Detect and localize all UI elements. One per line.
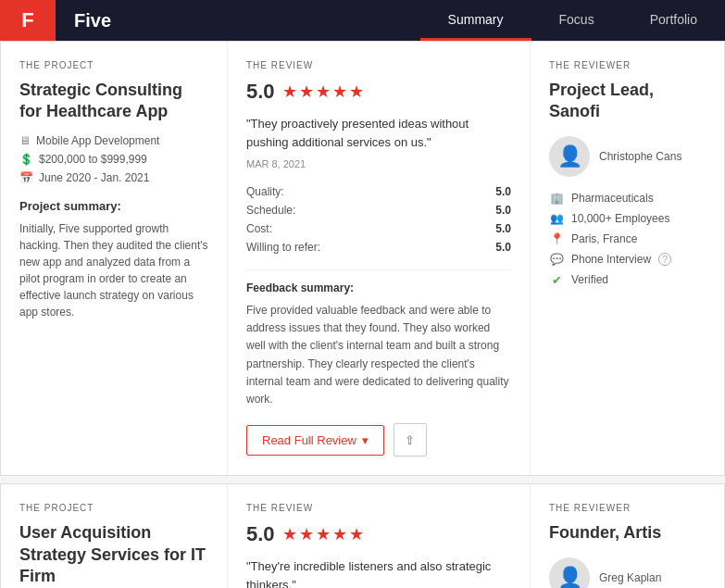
right-col-1: THE REVIEWER Project Lead, Sanofi 👤 Chri… — [530, 42, 724, 475]
rating-row-1: 5.0 ★ ★ ★ ★ ★ — [246, 80, 511, 104]
logo-letter: F — [21, 8, 33, 32]
star-2-5: ★ — [349, 524, 364, 544]
industry-label-1: Pharmaceuticals — [571, 192, 654, 205]
mid-col-1: THE REVIEW 5.0 ★ ★ ★ ★ ★ "They proactive… — [228, 42, 530, 475]
meta-date-1: 📅 June 2020 - Jan. 2021 — [19, 171, 208, 184]
review-quote-1: "They proactively presented ideas withou… — [246, 115, 511, 151]
location-icon-1: 📍 — [549, 232, 564, 245]
project-section-label-1: THE PROJECT — [19, 60, 208, 70]
read-full-label-1: Read Full Review — [262, 433, 356, 447]
nav-tabs: Summary Focus Portfolio — [420, 0, 725, 41]
calendar-icon: 📅 — [19, 171, 33, 184]
share-icon-1: ⇧ — [405, 433, 415, 447]
review-section-label-2: THE REVIEW — [246, 503, 511, 513]
tab-focus[interactable]: Focus — [531, 0, 622, 41]
reviewer-title-2: Founder, Artis — [549, 522, 706, 544]
verified-label-1: Verified — [571, 273, 608, 286]
rating-row-2: 5.0 ★ ★ ★ ★ ★ — [246, 522, 511, 546]
company-name: Five — [56, 10, 420, 31]
meta-cost-1: 💲 $200,000 to $999,999 — [19, 153, 208, 166]
left-col-2: THE PROJECT User Acquisition Strategy Se… — [1, 484, 228, 588]
score-table-1: Quality: 5.0 Schedule: 5.0 Cost: 5.0 Wil… — [246, 182, 511, 256]
chat-icon-1: 💬 — [549, 253, 564, 266]
person-icon-1: 👤 — [557, 144, 582, 169]
cost-val-1: 5.0 — [495, 222, 511, 235]
location-item-1: 📍 Paris, France — [549, 232, 706, 245]
monitor-icon: 🖥 — [19, 134, 31, 147]
employees-item-1: 👥 10,000+ Employees — [549, 212, 706, 225]
quality-val-1: 5.0 — [495, 185, 511, 198]
meta-date-label-1: June 2020 - Jan. 2021 — [39, 171, 149, 184]
action-row-1: Read Full Review ▾ ⇧ — [246, 423, 511, 457]
read-full-review-button-1[interactable]: Read Full Review ▾ — [246, 425, 384, 456]
rating-score-1: 5.0 — [246, 80, 275, 104]
project-section-label-2: THE PROJECT — [19, 503, 208, 513]
project-title-2: User Acquisition Strategy Services for I… — [19, 522, 208, 587]
score-refer-1: Willing to refer: 5.0 — [246, 238, 511, 256]
star-2-2: ★ — [299, 524, 314, 544]
location-label-1: Paris, France — [571, 232, 637, 245]
summary-label-1: Project summary: — [19, 199, 208, 213]
score-quality-1: Quality: 5.0 — [246, 182, 511, 201]
logo-box: F — [0, 0, 56, 41]
stars-2: ★ ★ ★ ★ ★ — [282, 524, 364, 544]
feedback-label-1: Feedback summary: — [246, 281, 511, 294]
tab-portfolio[interactable]: Portfolio — [622, 0, 725, 41]
stars-1: ★ ★ ★ ★ ★ — [282, 81, 364, 102]
building-icon-1: 🏢 — [549, 192, 564, 205]
avatar-2: 👤 — [549, 557, 590, 588]
tab-summary[interactable]: Summary — [420, 0, 531, 41]
star-2-1: ★ — [282, 524, 297, 544]
employees-label-1: 10,000+ Employees — [571, 212, 669, 225]
people-icon-1: 👥 — [549, 212, 564, 225]
review-card-2: THE PROJECT User Acquisition Strategy Se… — [0, 483, 725, 588]
divider-1 — [246, 269, 511, 270]
reviewer-name-2: Greg Kaplan — [599, 571, 661, 584]
schedule-val-1: 5.0 — [495, 204, 511, 217]
header: F Five Summary Focus Portfolio — [0, 0, 725, 41]
refer-label-1: Willing to refer: — [246, 241, 320, 254]
help-icon-1[interactable]: ? — [658, 253, 671, 266]
phone-interview-label-1: Phone Interview — [571, 253, 651, 266]
avatar-1: 👤 — [549, 136, 590, 177]
right-col-2: THE REVIEWER Founder, Artis 👤 Greg Kapla… — [530, 484, 724, 588]
meta-cost-label-1: $200,000 to $999,999 — [39, 153, 147, 166]
project-title-1: Strategic Consulting for Healthcare App — [19, 80, 208, 123]
rating-score-2: 5.0 — [246, 522, 275, 546]
star-4: ★ — [332, 81, 347, 102]
score-schedule-1: Schedule: 5.0 — [246, 201, 511, 219]
star-2-4: ★ — [332, 524, 347, 544]
review-card-1: THE PROJECT Strategic Consulting for Hea… — [0, 41, 725, 476]
verified-icon-1: ✔ — [549, 273, 564, 287]
review-date-1: MAR 8, 2021 — [246, 158, 511, 169]
reviewer-info-2: 👤 Greg Kaplan — [549, 557, 706, 588]
review-quote-2: "They're incredible listeners and also s… — [246, 557, 511, 588]
quality-label-1: Quality: — [246, 185, 284, 198]
star-3: ★ — [316, 81, 331, 102]
star-2: ★ — [299, 81, 314, 102]
company-details-1: 🏢 Pharmaceuticals 👥 10,000+ Employees 📍 … — [549, 192, 706, 287]
meta-service-label-1: Mobile App Development — [36, 134, 159, 147]
cost-label-1: Cost: — [246, 222, 272, 235]
review-section-label-1: THE REVIEW — [246, 60, 511, 70]
refer-val-1: 5.0 — [495, 241, 511, 254]
star-2-3: ★ — [316, 524, 331, 544]
chevron-down-icon-1: ▾ — [362, 433, 369, 447]
meta-service-1: 🖥 Mobile App Development — [19, 134, 208, 147]
reviewer-title-1: Project Lead, Sanofi — [549, 80, 706, 123]
reviewer-section-label-2: THE REVIEWER — [549, 503, 706, 513]
star-1: ★ — [282, 81, 297, 102]
industry-item-1: 🏢 Pharmaceuticals — [549, 192, 706, 205]
summary-text-1: Initially, Five supported growth hacking… — [19, 220, 208, 320]
dollar-icon: 💲 — [19, 153, 33, 166]
score-cost-1: Cost: 5.0 — [246, 219, 511, 238]
reviewer-info-1: 👤 Christophe Cans — [549, 136, 706, 177]
project-meta-1: 🖥 Mobile App Development 💲 $200,000 to $… — [19, 134, 208, 184]
feedback-text-1: Five provided valuable feedback and were… — [246, 302, 511, 408]
reviewer-section-label-1: THE REVIEWER — [549, 60, 706, 70]
schedule-label-1: Schedule: — [246, 204, 295, 217]
share-button-1[interactable]: ⇧ — [394, 423, 427, 457]
mid-col-2: THE REVIEW 5.0 ★ ★ ★ ★ ★ "They're incred… — [228, 484, 530, 588]
person-icon-2: 👤 — [557, 566, 582, 588]
reviewer-name-1: Christophe Cans — [599, 150, 681, 163]
